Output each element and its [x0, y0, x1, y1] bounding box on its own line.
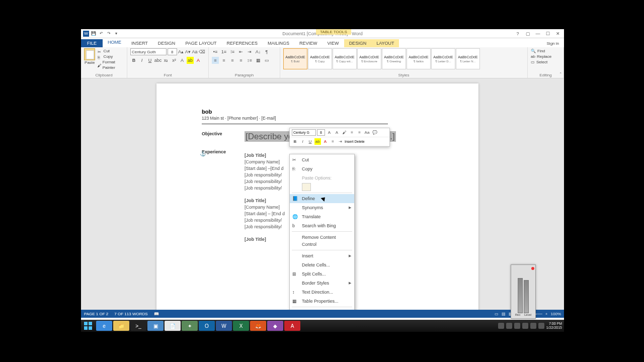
tab-home[interactable]: HOME: [103, 38, 126, 47]
volume-overlay[interactable]: Rec Level: [511, 264, 536, 319]
decrease-indent-button[interactable]: ⇤: [237, 48, 245, 55]
taskbar-firefox[interactable]: 🦊: [250, 321, 266, 331]
tab-file[interactable]: FILE: [81, 39, 103, 47]
collapse-ribbon-button[interactable]: ˄: [559, 72, 562, 77]
superscript-button[interactable]: x²: [171, 57, 178, 64]
cm-insert[interactable]: Insert▶: [290, 251, 354, 260]
taskbar-app[interactable]: ▣: [147, 321, 164, 331]
objective-label[interactable]: Objective: [202, 131, 245, 142]
cm-table-properties[interactable]: ▦Table Properties...: [290, 297, 354, 306]
page-indicator[interactable]: PAGE 1 OF 2: [84, 312, 108, 316]
text-effects-button[interactable]: A: [179, 57, 186, 64]
find-button[interactable]: 🔍Find: [531, 48, 560, 54]
tab-page-layout[interactable]: PAGE LAYOUT: [180, 39, 221, 47]
tab-table-design[interactable]: DESIGN: [344, 39, 372, 47]
help-button[interactable]: ?: [513, 30, 523, 37]
mini-size-combo[interactable]: 8: [317, 129, 325, 136]
mini-italic[interactable]: I: [299, 138, 306, 145]
mini-delete[interactable]: Delete: [355, 140, 365, 143]
font-size-combo[interactable]: 8: [168, 48, 177, 55]
copy-button[interactable]: ⎘Copy: [98, 54, 124, 59]
bold-button[interactable]: B: [130, 57, 137, 64]
mini-font-color[interactable]: A: [322, 138, 329, 145]
cm-paste-option[interactable]: [290, 183, 354, 192]
font-color-button[interactable]: A: [195, 57, 202, 64]
multilevel-button[interactable]: ⁝≡: [229, 48, 236, 55]
tab-insert[interactable]: INSERT: [126, 39, 153, 47]
tray-icon[interactable]: [498, 323, 504, 329]
cm-border-styles[interactable]: Border Styles▶: [290, 279, 354, 288]
underline-button[interactable]: U: [146, 57, 153, 64]
cm-cut[interactable]: ✂Cut: [290, 155, 354, 164]
cm-copy[interactable]: ⎘Copy: [290, 164, 354, 173]
replace-button[interactable]: abReplace: [531, 54, 560, 59]
align-center-button[interactable]: ≡: [220, 57, 227, 64]
taskbar-explorer[interactable]: 📁: [113, 321, 129, 331]
strike-button[interactable]: abc: [154, 57, 162, 64]
experience-label[interactable]: Experience: [202, 149, 245, 243]
style-item[interactable]: AaBbCcDdE¶ Italics: [407, 48, 431, 69]
show-marks-button[interactable]: ¶: [263, 48, 270, 55]
taskbar-notepad[interactable]: 📄: [165, 321, 181, 331]
mini-grow-font[interactable]: A: [326, 129, 333, 136]
resume-address[interactable]: 123 Main st · [Phone number] · [E-mail]: [202, 116, 388, 124]
mini-align[interactable]: ≡: [330, 138, 336, 145]
qat-more-icon[interactable]: ▾: [113, 31, 119, 37]
style-item[interactable]: AaBbCcDdE¶ Letter N...: [456, 48, 480, 69]
cm-split-cells[interactable]: ⊞Split Cells...: [290, 269, 354, 279]
mini-styles[interactable]: Aa: [364, 129, 370, 136]
ribbon-display-button[interactable]: ▢: [523, 30, 533, 37]
cm-remove-content-control[interactable]: Remove Content Control: [290, 233, 354, 249]
close-button[interactable]: ✕: [553, 30, 563, 37]
align-right-button[interactable]: ≡: [229, 57, 236, 64]
zoom-in[interactable]: +: [545, 312, 548, 316]
bullets-button[interactable]: •≡: [212, 48, 219, 55]
grow-font-button[interactable]: A▴: [178, 48, 184, 55]
font-name-combo[interactable]: Century Goth: [130, 48, 167, 55]
quick-access-toolbar[interactable]: W 💾 ↶ ↷ ▾: [81, 31, 119, 37]
view-print-layout[interactable]: ▤: [502, 312, 506, 316]
view-read-mode[interactable]: ▭: [495, 312, 499, 316]
style-item[interactable]: AaBbCcDdE¶ Enclosure: [357, 48, 381, 69]
start-button[interactable]: [81, 320, 95, 332]
mini-insert[interactable]: Insert: [345, 140, 354, 143]
style-item[interactable]: AaBbCcDdE¶ Copy: [308, 48, 332, 69]
tray-network-icon[interactable]: [530, 323, 536, 329]
mini-new-comment[interactable]: 💬: [371, 129, 378, 136]
style-item[interactable]: AaBbCcDdE¶ Letter D...: [431, 48, 455, 69]
numbering-button[interactable]: 1≡: [220, 48, 227, 55]
style-item[interactable]: AaBbCcDdE¶ Copy wit...: [333, 48, 357, 69]
sort-button[interactable]: A↓: [255, 48, 262, 55]
mini-underline[interactable]: U: [307, 138, 313, 145]
taskbar-app[interactable]: ✦: [182, 321, 198, 331]
tab-table-layout[interactable]: LAYOUT: [371, 39, 399, 47]
taskbar-word[interactable]: W: [216, 321, 232, 331]
tab-review[interactable]: REVIEW: [294, 39, 323, 47]
taskbar-ie[interactable]: e: [96, 321, 112, 331]
mini-format-painter[interactable]: 🖌: [341, 129, 348, 136]
tab-references[interactable]: REFERENCES: [222, 39, 263, 47]
tray-volume-icon[interactable]: [538, 323, 544, 329]
tab-view[interactable]: VIEW: [323, 39, 344, 47]
clear-format-button[interactable]: ⌫: [199, 48, 205, 55]
word-count[interactable]: 7 OF 113 WORDS: [114, 312, 147, 316]
proofing-icon[interactable]: 📖: [154, 312, 159, 316]
taskbar-excel[interactable]: X: [233, 321, 249, 331]
cm-synonyms[interactable]: Synonyms▶: [290, 203, 354, 212]
signin-link[interactable]: Sign in: [542, 40, 564, 47]
mini-numbering[interactable]: ≡: [356, 129, 363, 136]
line-spacing-button[interactable]: ↕≡: [246, 57, 253, 64]
highlight-button[interactable]: ab: [187, 57, 194, 64]
tray-icon[interactable]: [506, 323, 512, 329]
align-left-button[interactable]: ≡: [212, 57, 219, 64]
mini-font-combo[interactable]: Century G: [292, 129, 316, 136]
shrink-font-button[interactable]: A▾: [185, 48, 191, 55]
tray-icon[interactable]: [514, 323, 520, 329]
select-button[interactable]: ▭Select: [531, 59, 560, 65]
tray-icon[interactable]: [522, 323, 528, 329]
mini-bold[interactable]: B: [292, 138, 298, 145]
change-case-button[interactable]: Aa: [192, 48, 198, 55]
taskbar-app[interactable]: ◆: [267, 321, 283, 331]
justify-button[interactable]: ≡: [237, 57, 245, 64]
tab-mailings[interactable]: MAILINGS: [263, 39, 294, 47]
